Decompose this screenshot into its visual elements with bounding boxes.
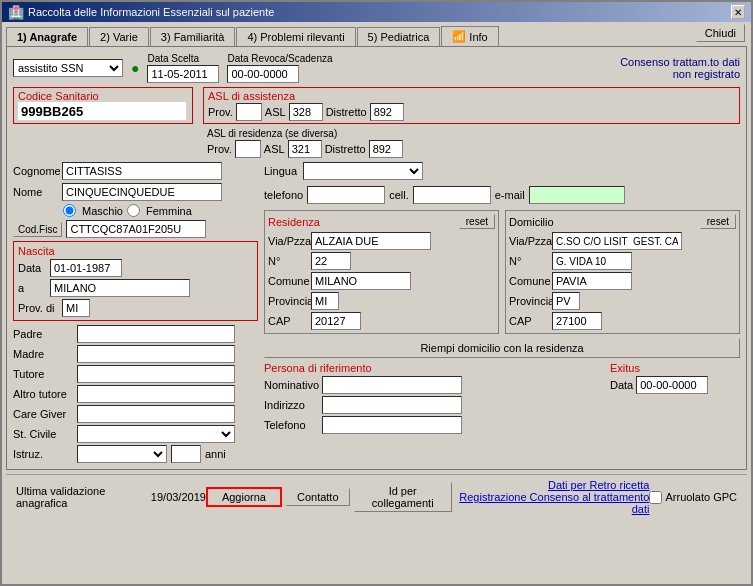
asl-res-prov-input[interactable] <box>235 140 261 158</box>
maschio-radio[interactable] <box>63 204 76 217</box>
maschio-label: Maschio <box>82 205 123 217</box>
dom-via-label: Via/Pzza <box>509 235 549 247</box>
validazione-date: 19/03/2019 <box>151 491 206 503</box>
dom-prov-input[interactable] <box>552 292 580 310</box>
tab-anagrafe[interactable]: 1) Anagrafe <box>6 27 88 46</box>
wifi-icon: 📶 <box>452 30 466 43</box>
data-revoca-input[interactable] <box>227 65 299 83</box>
tel-rif-label: Telefono <box>264 419 319 431</box>
istruz-select[interactable] <box>77 445 167 463</box>
assistito-select[interactable]: assistito SSN <box>13 59 123 77</box>
madre-input[interactable] <box>77 345 235 363</box>
exitus-data-input[interactable] <box>636 376 708 394</box>
femmina-label: Femmina <box>146 205 192 217</box>
altro-tutore-input[interactable] <box>77 385 235 403</box>
st-civile-select[interactable] <box>77 425 235 443</box>
res-comune-label: Comune <box>268 275 308 287</box>
exitus-data-label: Data <box>610 379 633 391</box>
nome-input[interactable] <box>62 183 222 201</box>
asl-residenza-label: ASL di residenza (se diversa) <box>207 128 337 139</box>
distretto-res-input[interactable] <box>369 140 403 158</box>
padre-input[interactable] <box>77 325 235 343</box>
window-title: Raccolta delle Informazioni Essenziali s… <box>28 6 274 18</box>
cognome-label: Cognome <box>13 165 58 177</box>
tab-info[interactable]: 📶 Info <box>441 26 498 46</box>
care-giver-input[interactable] <box>77 405 235 423</box>
st-civile-label: St. Civile <box>13 428 73 440</box>
email-input[interactable] <box>529 186 625 204</box>
codfisc-button[interactable]: Cod.Fisc <box>13 222 62 237</box>
dom-cap-input[interactable] <box>552 312 602 330</box>
telefono-input[interactable] <box>307 186 385 204</box>
persona-rif-label: Persona di riferimento <box>264 362 604 374</box>
madre-label: Madre <box>13 348 73 360</box>
altro-tutore-label: Altro tutore <box>13 388 73 400</box>
residenza-reset-btn[interactable]: reset <box>459 214 495 229</box>
data-nascita-input[interactable] <box>50 259 122 277</box>
istruz-label: Istruz. <box>13 448 73 460</box>
prov-label: Prov. <box>208 106 233 118</box>
tab-problemi[interactable]: 4) Problemi rilevanti <box>236 27 355 46</box>
res-comune-input[interactable] <box>311 272 411 290</box>
cognome-input[interactable] <box>62 162 222 180</box>
asl-assistenza-label: ASL di assistenza <box>208 90 735 102</box>
tutore-input[interactable] <box>77 365 235 383</box>
arruolato-checkbox[interactable] <box>649 491 662 504</box>
id-button[interactable]: Id per collegamenti <box>354 482 452 512</box>
dom-n-input[interactable] <box>552 252 632 270</box>
contatto-button[interactable]: Contatto <box>286 488 350 506</box>
data-nascita-label: Data <box>18 262 46 274</box>
tab-pediatrica[interactable]: 5) Pediatrica <box>357 27 441 46</box>
chiudi-button[interactable]: Chiudi <box>696 24 745 42</box>
tel-rif-input[interactable] <box>322 416 462 434</box>
title-close[interactable]: ✕ <box>731 5 745 19</box>
dati-retro-link[interactable]: Dati per Retro ricetta <box>452 479 650 491</box>
a-input[interactable] <box>50 279 190 297</box>
distretto-res-label: Distretto <box>325 143 366 155</box>
res-prov-input[interactable] <box>311 292 339 310</box>
lingua-select[interactable] <box>303 162 423 180</box>
res-n-input[interactable] <box>311 252 351 270</box>
data-revoca-label: Data Revoca/Scadenza <box>227 53 332 64</box>
anni-input[interactable] <box>171 445 201 463</box>
indirizzo-input[interactable] <box>322 396 462 414</box>
cell-label: cell. <box>389 189 409 201</box>
care-giver-label: Care Giver <box>13 408 73 420</box>
nominativo-input[interactable] <box>322 376 462 394</box>
telefono-label: telefono <box>264 189 303 201</box>
tab-varie[interactable]: 2) Varie <box>89 27 149 46</box>
dom-comune-input[interactable] <box>552 272 632 290</box>
codfisc-input[interactable] <box>66 220 206 238</box>
nominativo-label: Nominativo <box>264 379 319 391</box>
nascita-label: Nascita <box>18 245 253 257</box>
data-scelta-input[interactable] <box>147 65 219 83</box>
prov-res-label: Prov. <box>207 143 232 155</box>
exitus-label: Exitus <box>610 362 740 374</box>
domicilio-label: Domicilio <box>509 216 554 228</box>
asl-prov-input[interactable] <box>236 103 262 121</box>
distretto-input[interactable] <box>370 103 404 121</box>
femmina-radio[interactable] <box>127 204 140 217</box>
domicilio-reset-btn[interactable]: reset <box>700 214 736 229</box>
asl-res-value-input[interactable] <box>288 140 322 158</box>
dom-n-label: N° <box>509 255 549 267</box>
res-cap-input[interactable] <box>311 312 361 330</box>
dom-via-input[interactable] <box>552 232 682 250</box>
data-scelta-label: Data Scelta <box>147 53 219 64</box>
aggiorna-button[interactable]: Aggiorna <box>206 487 282 507</box>
res-via-input[interactable] <box>311 232 431 250</box>
res-n-label: N° <box>268 255 308 267</box>
registrazione-link[interactable]: Registrazione Consenso al trattamento da… <box>452 491 650 515</box>
consenso-label: Consenso trattam.to dati <box>620 56 740 68</box>
title-bar: 🏥 Raccolta delle Informazioni Essenziali… <box>2 2 751 22</box>
asl-value-input[interactable] <box>289 103 323 121</box>
cell-input[interactable] <box>413 186 491 204</box>
tab-familiarita[interactable]: 3) Familiarità <box>150 27 236 46</box>
provdi-label: Prov. di <box>18 302 58 314</box>
riempi-btn[interactable]: Riempi domicilio con la residenza <box>264 338 740 358</box>
asl-res-label: ASL <box>264 143 285 155</box>
indirizzo-label: Indirizzo <box>264 399 319 411</box>
distretto-label: Distretto <box>326 106 367 118</box>
codice-sanitario-input[interactable] <box>18 102 186 120</box>
provdi-input[interactable] <box>62 299 90 317</box>
